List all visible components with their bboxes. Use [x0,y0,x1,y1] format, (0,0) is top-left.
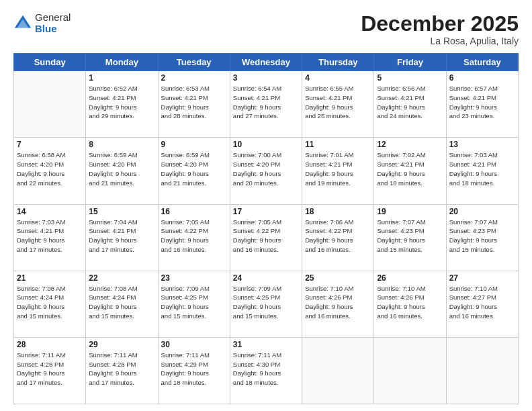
day-info: Sunrise: 7:00 AM Sunset: 4:20 PM Dayligh… [233,150,299,187]
day-number: 12 [377,140,443,149]
calendar-cell [302,337,374,404]
day-info: Sunrise: 6:56 AM Sunset: 4:21 PM Dayligh… [377,84,443,121]
calendar-cell: 10Sunrise: 7:00 AM Sunset: 4:20 PM Dayli… [230,138,302,204]
calendar-cell: 7Sunrise: 6:58 AM Sunset: 4:20 PM Daylig… [14,138,86,204]
calendar-day-header: Thursday [302,54,374,71]
calendar-day-header: Saturday [446,54,518,71]
day-info: Sunrise: 7:09 AM Sunset: 4:25 PM Dayligh… [233,284,299,321]
day-number: 6 [449,73,515,83]
day-info: Sunrise: 7:11 AM Sunset: 4:28 PM Dayligh… [17,351,83,387]
day-info: Sunrise: 7:11 AM Sunset: 4:30 PM Dayligh… [233,351,299,387]
day-number: 26 [377,273,443,283]
month-title: December 2025 [361,12,519,36]
calendar-cell: 23Sunrise: 7:09 AM Sunset: 4:25 PM Dayli… [158,271,230,337]
logo-blue-text: Blue [35,24,71,35]
calendar-cell: 30Sunrise: 7:11 AM Sunset: 4:29 PM Dayli… [158,337,230,404]
day-info: Sunrise: 7:11 AM Sunset: 4:28 PM Dayligh… [89,351,154,387]
calendar-cell: 5Sunrise: 6:56 AM Sunset: 4:21 PM Daylig… [374,71,446,138]
day-number: 14 [17,207,83,216]
calendar-cell: 29Sunrise: 7:11 AM Sunset: 4:28 PM Dayli… [86,337,158,404]
calendar-cell [446,337,518,404]
calendar-day-header: Wednesday [230,54,302,71]
day-number: 17 [233,207,299,216]
day-info: Sunrise: 7:10 AM Sunset: 4:26 PM Dayligh… [377,284,443,321]
calendar-cell: 18Sunrise: 7:06 AM Sunset: 4:22 PM Dayli… [302,204,374,271]
day-info: Sunrise: 6:58 AM Sunset: 4:20 PM Dayligh… [17,150,83,187]
calendar-cell: 27Sunrise: 7:10 AM Sunset: 4:27 PM Dayli… [446,271,518,337]
day-number: 28 [17,340,83,349]
calendar-week-row: 28Sunrise: 7:11 AM Sunset: 4:28 PM Dayli… [14,337,519,404]
calendar-cell: 25Sunrise: 7:10 AM Sunset: 4:26 PM Dayli… [302,271,374,337]
calendar-cell: 6Sunrise: 6:57 AM Sunset: 4:21 PM Daylig… [446,71,518,138]
day-number: 4 [305,73,371,83]
day-number: 25 [305,273,371,283]
logo: General Blue [13,12,71,34]
day-number: 30 [161,340,227,349]
day-info: Sunrise: 7:10 AM Sunset: 4:27 PM Dayligh… [449,284,515,321]
day-info: Sunrise: 6:53 AM Sunset: 4:21 PM Dayligh… [161,84,227,121]
day-number: 19 [377,207,443,216]
day-info: Sunrise: 7:08 AM Sunset: 4:24 PM Dayligh… [89,284,154,321]
calendar-cell: 2Sunrise: 6:53 AM Sunset: 4:21 PM Daylig… [158,71,230,138]
calendar-cell: 4Sunrise: 6:55 AM Sunset: 4:21 PM Daylig… [302,71,374,138]
day-info: Sunrise: 7:11 AM Sunset: 4:29 PM Dayligh… [161,351,227,387]
day-info: Sunrise: 6:59 AM Sunset: 4:20 PM Dayligh… [89,150,154,187]
day-info: Sunrise: 7:07 AM Sunset: 4:23 PM Dayligh… [377,218,443,255]
calendar-day-header: Sunday [14,54,86,71]
calendar-cell: 22Sunrise: 7:08 AM Sunset: 4:24 PM Dayli… [86,271,158,337]
day-number: 18 [305,207,371,216]
day-info: Sunrise: 6:59 AM Sunset: 4:20 PM Dayligh… [161,150,227,187]
day-info: Sunrise: 7:04 AM Sunset: 4:21 PM Dayligh… [89,218,154,255]
day-info: Sunrise: 7:05 AM Sunset: 4:22 PM Dayligh… [233,218,299,255]
logo-text: General Blue [35,12,71,34]
calendar-cell: 12Sunrise: 7:02 AM Sunset: 4:21 PM Dayli… [374,138,446,204]
day-number: 29 [89,340,154,349]
calendar-cell: 20Sunrise: 7:07 AM Sunset: 4:23 PM Dayli… [446,204,518,271]
calendar-cell: 3Sunrise: 6:54 AM Sunset: 4:21 PM Daylig… [230,71,302,138]
day-number: 27 [449,273,515,283]
day-number: 15 [89,207,154,216]
calendar-cell: 14Sunrise: 7:03 AM Sunset: 4:21 PM Dayli… [14,204,86,271]
logo-general-text: General [35,12,71,24]
day-number: 20 [449,207,515,216]
day-number: 8 [89,140,154,149]
day-info: Sunrise: 6:52 AM Sunset: 4:21 PM Dayligh… [89,84,154,121]
calendar-day-header: Tuesday [158,54,230,71]
location: La Rosa, Apulia, Italy [361,36,519,46]
calendar-cell: 24Sunrise: 7:09 AM Sunset: 4:25 PM Dayli… [230,271,302,337]
calendar-cell: 21Sunrise: 7:08 AM Sunset: 4:24 PM Dayli… [14,271,86,337]
day-info: Sunrise: 7:10 AM Sunset: 4:26 PM Dayligh… [305,284,371,321]
calendar-cell: 11Sunrise: 7:01 AM Sunset: 4:21 PM Dayli… [302,138,374,204]
day-info: Sunrise: 7:07 AM Sunset: 4:23 PM Dayligh… [449,218,515,255]
day-number: 16 [161,207,227,216]
header: General Blue December 2025 La Rosa, Apul… [13,12,519,46]
day-info: Sunrise: 6:57 AM Sunset: 4:21 PM Dayligh… [449,84,515,121]
day-info: Sunrise: 6:55 AM Sunset: 4:21 PM Dayligh… [305,84,371,121]
calendar-header-row: SundayMondayTuesdayWednesdayThursdayFrid… [14,54,519,71]
calendar-cell: 28Sunrise: 7:11 AM Sunset: 4:28 PM Dayli… [14,337,86,404]
day-number: 7 [17,140,83,149]
day-number: 10 [233,140,299,149]
title-area: December 2025 La Rosa, Apulia, Italy [361,12,519,46]
day-number: 24 [233,273,299,283]
day-number: 11 [305,140,371,149]
calendar-table: SundayMondayTuesdayWednesdayThursdayFrid… [13,53,519,404]
day-info: Sunrise: 7:06 AM Sunset: 4:22 PM Dayligh… [305,218,371,255]
day-number: 5 [377,73,443,83]
day-number: 9 [161,140,227,149]
calendar-cell: 13Sunrise: 7:03 AM Sunset: 4:21 PM Dayli… [446,138,518,204]
day-info: Sunrise: 7:01 AM Sunset: 4:21 PM Dayligh… [305,150,371,187]
day-number: 13 [449,140,515,149]
calendar-cell [374,337,446,404]
calendar-day-header: Friday [374,54,446,71]
day-info: Sunrise: 7:09 AM Sunset: 4:25 PM Dayligh… [161,284,227,321]
calendar-week-row: 21Sunrise: 7:08 AM Sunset: 4:24 PM Dayli… [14,271,519,337]
day-number: 1 [89,73,154,83]
day-info: Sunrise: 7:03 AM Sunset: 4:21 PM Dayligh… [17,218,83,255]
logo-icon [13,14,32,33]
day-number: 22 [89,273,154,283]
day-number: 31 [233,340,299,349]
calendar-cell [14,71,86,138]
calendar-week-row: 14Sunrise: 7:03 AM Sunset: 4:21 PM Dayli… [14,204,519,271]
day-number: 23 [161,273,227,283]
